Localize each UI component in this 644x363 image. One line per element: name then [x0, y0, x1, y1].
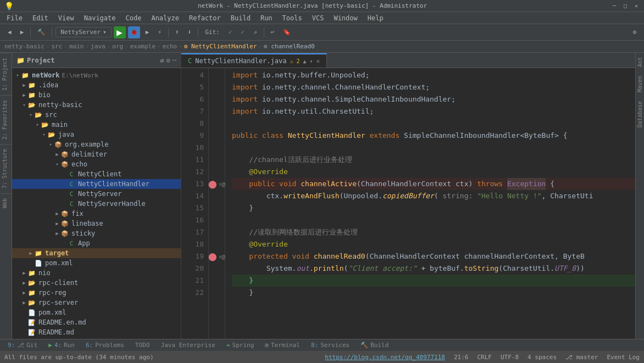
- tree-item-NettyClientHandler[interactable]: ▶ C NettyClientHandler: [12, 179, 181, 189]
- sidebar-web[interactable]: Web: [0, 193, 12, 213]
- tree-item-NettyClient[interactable]: ▶ C NettyClient: [12, 169, 181, 179]
- tree-item-delimiter[interactable]: ▶ 📦 delimiter: [12, 149, 181, 159]
- bottom-tab-todo[interactable]: TODO: [132, 339, 153, 351]
- tree-item-pom-root[interactable]: ▶ 📄 pom.xml: [12, 308, 181, 317]
- vcs-update[interactable]: ⬇: [185, 27, 195, 37]
- tree-item-rpc-client[interactable]: ▶ 📂 rpc-client: [12, 278, 181, 288]
- menu-tools[interactable]: Tools: [278, 13, 307, 23]
- tree-item-pom-netty[interactable]: ▶ 📄 pom.xml: [12, 258, 181, 268]
- tree-item-java[interactable]: ▾ 📂 java: [12, 130, 181, 139]
- bottom-tab-terminal[interactable]: ⊞ Terminal: [262, 339, 303, 351]
- bottom-tab-build[interactable]: 🔨 Build: [357, 339, 392, 351]
- bc-netty-basic[interactable]: netty-basic: [4, 43, 45, 50]
- bookmark-button[interactable]: 🔖: [280, 27, 294, 37]
- menu-refactor[interactable]: Refactor: [185, 13, 225, 23]
- tree-item-linebase[interactable]: ▶ 📦 linebase: [12, 219, 181, 228]
- gutter-line-13[interactable]: ⬤ ↑ @: [209, 178, 225, 190]
- right-tab-maven[interactable]: Maven: [636, 71, 644, 97]
- git-push[interactable]: ✓: [237, 27, 248, 37]
- settings-button[interactable]: ⚙: [629, 27, 640, 37]
- menu-view[interactable]: View: [54, 13, 79, 23]
- tree-item-rpc-reg[interactable]: ▶ 📁 rpc-reg: [12, 288, 181, 298]
- tree-item-echo[interactable]: ▾ 📦 echo: [12, 159, 181, 169]
- status-crlf[interactable]: CRLF: [477, 354, 492, 361]
- tree-item-src[interactable]: ▾ 📂 src: [12, 110, 181, 120]
- menu-analyze[interactable]: Analyze: [147, 13, 184, 23]
- right-tab-ant[interactable]: Ant: [636, 53, 644, 71]
- menu-navigate[interactable]: Navigate: [80, 13, 120, 23]
- bottom-tab-spring[interactable]: ❧ Spring: [223, 339, 257, 351]
- tree-item-idea[interactable]: ▶ 📁 .idea: [12, 80, 181, 90]
- git-check[interactable]: ✓: [225, 27, 236, 37]
- sidebar-structure[interactable]: 7: Structure: [0, 144, 12, 193]
- sync-icon[interactable]: ⇄: [160, 57, 164, 64]
- settings-icon[interactable]: ⚙: [166, 57, 170, 64]
- tree-item-main[interactable]: ▾ 📂 main: [12, 120, 181, 130]
- gutter-line-19[interactable]: ⬤ ↑ @: [209, 250, 225, 263]
- menu-window[interactable]: Window: [329, 13, 362, 23]
- bc-main[interactable]: main: [69, 43, 84, 50]
- maximize-button[interactable]: □: [622, 3, 629, 9]
- status-branch[interactable]: ⎇ master: [565, 354, 598, 361]
- tree-item-netty-basic[interactable]: ▾ 📂 netty-basic: [12, 100, 181, 110]
- status-event-log[interactable]: Event Log: [607, 354, 640, 361]
- menu-help[interactable]: Help: [363, 13, 388, 23]
- toolbar-back[interactable]: ◀: [4, 27, 15, 37]
- status-indent[interactable]: 4 spaces: [528, 354, 557, 361]
- bc-example[interactable]: example: [130, 43, 156, 50]
- status-link[interactable]: https://blog.csdn.net/qq_40977118: [325, 354, 445, 361]
- tree-item-target[interactable]: ▶ 📁 target: [12, 248, 181, 258]
- code-editor[interactable]: import io.netty.buffer.Unpooled; import …: [225, 68, 635, 339]
- vcs-button[interactable]: ⬆: [172, 27, 182, 37]
- toolbar-build[interactable]: 🔨: [34, 27, 48, 37]
- bc-org[interactable]: org: [112, 43, 123, 50]
- menu-run[interactable]: Run: [256, 13, 277, 23]
- tree-item-NettyServer[interactable]: ▶ C NettyServer: [12, 189, 181, 199]
- run-config-dropdown[interactable]: NettyServer ▾: [55, 27, 111, 37]
- tree-item-readme-en[interactable]: ▶ 📝 README.en.md: [12, 317, 181, 327]
- menu-edit[interactable]: Edit: [28, 13, 53, 23]
- status-position[interactable]: 21:6: [454, 354, 469, 361]
- toolbar-forward[interactable]: ▶: [17, 27, 27, 37]
- menu-build[interactable]: Build: [226, 13, 255, 23]
- tree-label: NettyClientHandler: [78, 180, 149, 188]
- right-tab-database[interactable]: Database: [636, 97, 644, 132]
- bc-class[interactable]: ⚙ NettyClientHandler: [184, 43, 257, 50]
- bottom-tab-run[interactable]: ▶ 4: Run: [45, 339, 78, 351]
- close-button[interactable]: ✕: [633, 3, 640, 9]
- sidebar-project[interactable]: 1: Project: [0, 53, 12, 95]
- bc-java[interactable]: java: [91, 43, 106, 50]
- bottom-tab-git[interactable]: 9: ⎇ Git: [4, 339, 41, 351]
- tree-item-readme[interactable]: ▶ 📝 README.md: [12, 327, 181, 337]
- sidebar-favorites[interactable]: 2: Favorites: [0, 95, 12, 144]
- run-button[interactable]: ▶: [114, 26, 126, 38]
- collapse-icon[interactable]: ─: [173, 57, 176, 64]
- menu-vcs[interactable]: VCS: [308, 13, 329, 23]
- tab-close-button[interactable]: ✕: [317, 58, 320, 65]
- bc-echo[interactable]: echo: [163, 43, 177, 50]
- undo-button[interactable]: ↩: [268, 27, 278, 37]
- tree-item-org-example[interactable]: ▾ 📦 org.example: [12, 139, 181, 149]
- minimize-button[interactable]: ─: [611, 3, 618, 9]
- bottom-tab-services[interactable]: 8: Services: [308, 339, 353, 351]
- menu-code[interactable]: Code: [121, 13, 146, 23]
- editor-tab-active[interactable]: C NettyClientHandler.java ⚠ 2 ▲ ▾ ✕: [181, 53, 327, 68]
- tree-item-sticky[interactable]: ▶ 📦 sticky: [12, 228, 181, 238]
- menu-file[interactable]: File: [2, 13, 27, 23]
- tree-item-nio[interactable]: ▶ 📁 nio: [12, 268, 181, 278]
- bottom-tab-java-enterprise[interactable]: Java Enterprise: [158, 339, 219, 351]
- tree-item-bio[interactable]: ▶ 📁 bio: [12, 90, 181, 100]
- profile-button[interactable]: ⚡: [154, 27, 165, 37]
- debug-button[interactable]: 🐞: [128, 26, 140, 38]
- status-charset[interactable]: UTF-8: [501, 354, 519, 361]
- tree-item-NettyServerHandle[interactable]: ▶ C NettyServerHandle: [12, 199, 181, 209]
- tree-item-rpc-server[interactable]: ▶ 📂 rpc-server: [12, 298, 181, 308]
- tree-item-netWork[interactable]: ▾ 📁 netWork E:\netWork: [12, 70, 181, 80]
- tree-item-fix[interactable]: ▶ 📦 fix: [12, 209, 181, 219]
- bottom-tab-problems[interactable]: 6: Problems: [82, 339, 127, 351]
- coverage-button[interactable]: ▶: [142, 27, 153, 37]
- bc-method[interactable]: ⊙ channelRead0: [264, 43, 315, 50]
- git-merge[interactable]: ↗: [250, 27, 260, 37]
- tree-item-App[interactable]: ▶ C App: [12, 238, 181, 248]
- bc-src[interactable]: src: [51, 43, 62, 50]
